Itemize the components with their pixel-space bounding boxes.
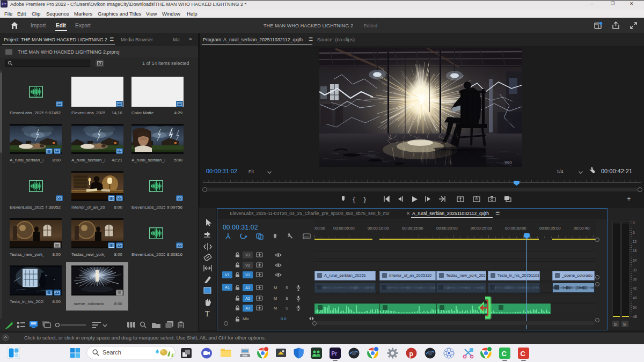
svg-text:C: C — [502, 350, 507, 358]
svg-text:Veo: Veo — [504, 160, 512, 165]
svg-text:{: { — [352, 196, 356, 204]
svg-text:p: p — [409, 350, 413, 358]
svg-text:Pr: Pr — [332, 351, 338, 357]
svg-text:CC: CC — [304, 235, 309, 239]
svg-text:}: } — [363, 196, 367, 204]
svg-text:T: T — [205, 310, 210, 318]
svg-text:C: C — [521, 350, 526, 358]
